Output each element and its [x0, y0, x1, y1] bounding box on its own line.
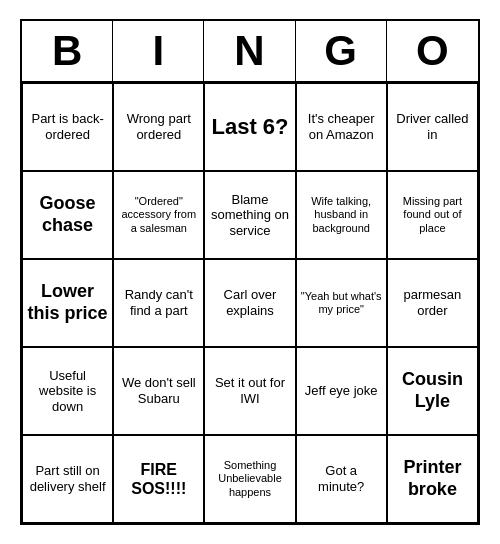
- bingo-cell-8: Wife talking, husband in background: [296, 171, 387, 259]
- bingo-header: BINGO: [22, 21, 478, 83]
- bingo-cell-10: Lower this price: [22, 259, 113, 347]
- bingo-cell-19: Cousin Lyle: [387, 347, 478, 435]
- bingo-cell-3: It's cheaper on Amazon: [296, 83, 387, 171]
- bingo-cell-0: Part is back-ordered: [22, 83, 113, 171]
- bingo-cell-13: "Yeah but what's my price": [296, 259, 387, 347]
- bingo-cell-11: Randy can't find a part: [113, 259, 204, 347]
- bingo-cell-4: Driver called in: [387, 83, 478, 171]
- bingo-cell-1: Wrong part ordered: [113, 83, 204, 171]
- bingo-cell-20: Part still on delivery shelf: [22, 435, 113, 523]
- bingo-letter-i: I: [113, 21, 204, 81]
- bingo-cell-16: We don't sell Subaru: [113, 347, 204, 435]
- bingo-card: BINGO Part is back-orderedWrong part ord…: [20, 19, 480, 525]
- bingo-cell-12: Carl over explains: [204, 259, 295, 347]
- bingo-cell-7: Blame something on service: [204, 171, 295, 259]
- bingo-cell-9: Missing part found out of place: [387, 171, 478, 259]
- bingo-cell-23: Got a minute?: [296, 435, 387, 523]
- bingo-letter-o: O: [387, 21, 478, 81]
- bingo-grid: Part is back-orderedWrong part orderedLa…: [22, 83, 478, 523]
- bingo-cell-6: "Ordered" accessory from a salesman: [113, 171, 204, 259]
- bingo-cell-5: Goose chase: [22, 171, 113, 259]
- bingo-cell-24: Printer broke: [387, 435, 478, 523]
- bingo-cell-17: Set it out for IWI: [204, 347, 295, 435]
- bingo-letter-g: G: [296, 21, 387, 81]
- bingo-cell-14: parmesan order: [387, 259, 478, 347]
- bingo-cell-21: FIRE SOS!!!!: [113, 435, 204, 523]
- bingo-letter-b: B: [22, 21, 113, 81]
- bingo-letter-n: N: [204, 21, 295, 81]
- bingo-cell-2: Last 6?: [204, 83, 295, 171]
- bingo-cell-15: Useful website is down: [22, 347, 113, 435]
- bingo-cell-18: Jeff eye joke: [296, 347, 387, 435]
- bingo-cell-22: Something Unbelievable happens: [204, 435, 295, 523]
